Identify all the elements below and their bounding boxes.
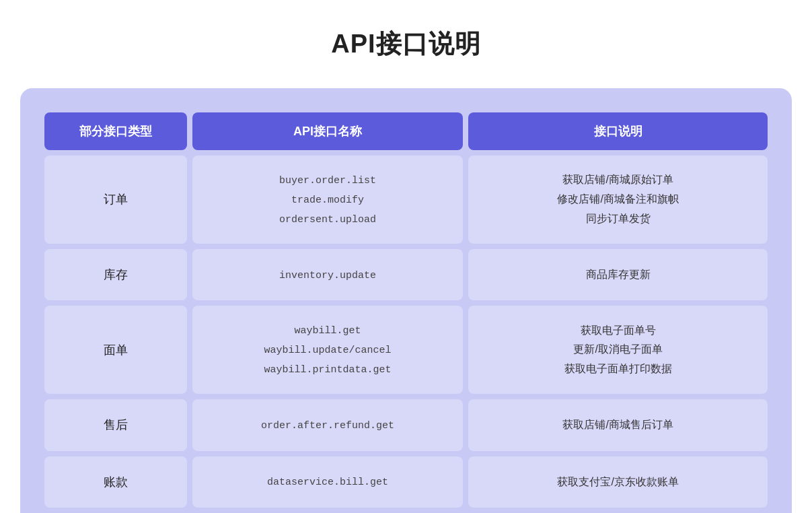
cell-descriptions: 获取店铺/商城售后订单 bbox=[468, 399, 768, 450]
api-name-text: dataservice.bill.get bbox=[267, 477, 388, 488]
api-name-text: waybill.get bbox=[294, 325, 361, 337]
cell-api-names: buyer.order.listtrade.modifyordersent.up… bbox=[192, 156, 463, 244]
api-name-text: ordersent.upload bbox=[279, 214, 376, 226]
table-row: 订单buyer.order.listtrade.modifyordersent.… bbox=[44, 156, 768, 244]
api-name-text: waybill.update/cancel bbox=[264, 345, 391, 356]
table-row: 账款dataservice.bill.get获取支付宝/京东收款账单 bbox=[44, 456, 768, 508]
api-name-text: waybill.printdata.get bbox=[264, 364, 391, 376]
cell-api-names: waybill.getwaybill.update/cancelwaybill.… bbox=[192, 306, 463, 394]
cell-api-names: dataservice.bill.get bbox=[192, 456, 463, 508]
description-text: 获取店铺/商城售后订单 bbox=[562, 419, 673, 430]
description-text: 修改店铺/商城备注和旗帜 bbox=[557, 193, 678, 205]
api-name-text: inventory.update bbox=[279, 270, 376, 281]
api-name-text: trade.modify bbox=[291, 195, 364, 206]
cell-descriptions: 获取电子面单号更新/取消电子面单获取电子面单打印数据 bbox=[468, 306, 768, 394]
header-description: 接口说明 bbox=[468, 112, 768, 150]
cell-descriptions: 商品库存更新 bbox=[468, 249, 768, 300]
cell-type: 面单 bbox=[44, 306, 187, 394]
page-title: API接口说明 bbox=[331, 27, 480, 61]
table-row: 面单waybill.getwaybill.update/cancelwaybil… bbox=[44, 306, 768, 394]
description-text: 获取支付宝/京东收款账单 bbox=[557, 476, 678, 487]
description-text: 获取电子面单号 bbox=[581, 324, 656, 336]
description-text: 获取电子面单打印数据 bbox=[564, 363, 672, 374]
description-text: 获取店铺/商城原始订单 bbox=[562, 174, 673, 185]
description-text: 更新/取消电子面单 bbox=[573, 343, 662, 355]
cell-descriptions: 获取支付宝/京东收款账单 bbox=[468, 456, 768, 508]
description-text: 同步订单发货 bbox=[586, 213, 651, 224]
table-row: 售后order.after.refund.get获取店铺/商城售后订单 bbox=[44, 399, 768, 450]
api-name-text: order.after.refund.get bbox=[261, 420, 394, 432]
api-name-text: buyer.order.list bbox=[279, 175, 376, 186]
cell-api-names: order.after.refund.get bbox=[192, 399, 463, 450]
table-row: 库存inventory.update商品库存更新 bbox=[44, 249, 768, 300]
api-table: 部分接口类型 API接口名称 接口说明 订单buyer.order.listtr… bbox=[39, 107, 773, 513]
cell-type: 库存 bbox=[44, 249, 187, 300]
cell-type: 订单 bbox=[44, 156, 187, 244]
header-api-name: API接口名称 bbox=[192, 112, 463, 150]
table-container: 部分接口类型 API接口名称 接口说明 订单buyer.order.listtr… bbox=[20, 88, 792, 513]
cell-type: 账款 bbox=[44, 456, 187, 508]
cell-api-names: inventory.update bbox=[192, 249, 463, 300]
cell-type: 售后 bbox=[44, 399, 187, 450]
cell-descriptions: 获取店铺/商城原始订单修改店铺/商城备注和旗帜同步订单发货 bbox=[468, 156, 768, 244]
header-type: 部分接口类型 bbox=[44, 112, 187, 150]
description-text: 商品库存更新 bbox=[586, 269, 651, 280]
table-header-row: 部分接口类型 API接口名称 接口说明 bbox=[44, 112, 768, 150]
